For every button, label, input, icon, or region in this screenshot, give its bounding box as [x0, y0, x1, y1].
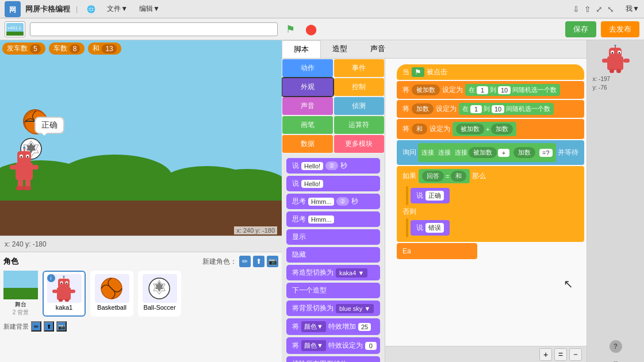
stage-thumbnail-icon: v461.1 [5, 21, 25, 37]
block-switch-bg[interactable]: 将背景切换为 blue sky ▼ [286, 301, 380, 316]
sprite-item-basketball[interactable]: Basketball [90, 271, 133, 317]
publish-button[interactable]: 去发布 [601, 21, 639, 37]
paint-sprite-button[interactable]: ✏ [239, 256, 251, 267]
robot-sprite[interactable] [9, 147, 43, 192]
icon-upload[interactable]: ⇧ [584, 5, 591, 14]
menu-item-file[interactable]: 文件▼ [103, 3, 131, 15]
block-set-var-random-2[interactable]: 将 加数 设定为 在 1 到 10 间随机选一个数 [397, 100, 584, 118]
zoom-fit-button[interactable]: = [554, 348, 567, 361]
block-effect-increase[interactable]: 将 颜色▼ 特效增加 25 [286, 318, 380, 335]
cat-more[interactable]: 更多模块 [334, 135, 385, 153]
block-show[interactable]: 显示 [286, 229, 380, 245]
icon-shrink[interactable]: ⤡ [607, 5, 614, 14]
svg-point-48 [614, 45, 616, 46]
svg-rect-17 [10, 165, 17, 170]
block-next-costume[interactable]: 下一个造型 [286, 283, 380, 298]
cat-row-4: 画笔 运算符 [282, 115, 385, 134]
sprite-item-kaka1[interactable]: i [43, 271, 86, 317]
script-canvas[interactable]: 当 ⚑ 被点击 将 被加数 设定为 在 1 到 10 间随机选一个数 将 加数 … [385, 59, 586, 362]
user-menu[interactable]: 我▼ [626, 4, 639, 14]
cat-op[interactable]: 运算符 [334, 116, 385, 134]
sprite-name-soccer: Ball-Soccer [143, 304, 175, 311]
script-inner: 当 ⚑ 被点击 将 被加数 设定为 在 1 到 10 间随机选一个数 将 加数 … [385, 59, 586, 346]
block-ask[interactable]: 询问 连接 连接 连接 被加数 + 加数 =? 并等待 [397, 140, 584, 165]
block-if-inner: 说 正确 [397, 186, 584, 205]
new-backdrop-label: 新建背景 [3, 322, 29, 331]
tab-costume[interactable]: 造型 [321, 40, 359, 58]
block-set-sum[interactable]: 将 和 设定为 被加数 + 加数 [397, 119, 584, 139]
svg-rect-34 [70, 290, 75, 293]
block-hide[interactable]: 隐藏 [286, 247, 380, 263]
stage-label: 舞台 [15, 301, 26, 309]
stage-canvas[interactable]: 发车数 5 车数 8 和 13 [0, 40, 282, 236]
svg-point-45 [611, 52, 613, 54]
topbar: 网 网屏卡格编程 | 🌐 文件▼ 编辑▼ ⇩ ⇧ ⤢ ⤡ 我▼ [0, 0, 644, 18]
y-coordinate: y: -76 [593, 84, 639, 91]
upload-sprite-button[interactable]: ⬆ [253, 256, 264, 267]
block-if-top[interactable]: 如果 回答 = 和 那么 [397, 166, 584, 186]
cat-motion[interactable]: 动作 [282, 59, 333, 77]
svg-text:v461.1: v461.1 [7, 25, 22, 30]
tab-script[interactable]: 脚本 [282, 40, 321, 58]
block-when-flag-clicked[interactable]: 当 ⚑ 被点击 [397, 64, 584, 80]
project-name-input[interactable] [30, 22, 278, 36]
svg-rect-33 [52, 290, 58, 293]
paint-backdrop-button[interactable]: ✏ [31, 321, 41, 332]
icon-download[interactable]: ⇩ [573, 5, 580, 14]
sprite-item-soccer[interactable]: Ball-Soccer [138, 271, 181, 317]
cat-sound[interactable]: 声音 [282, 97, 333, 115]
block-ea[interactable]: Ea [397, 243, 477, 259]
flag-button[interactable]: ⚑ [282, 21, 298, 37]
svg-rect-51 [610, 69, 614, 73]
camera-backdrop-button[interactable]: 📷 [56, 321, 67, 332]
zoom-out-button[interactable]: － [569, 348, 582, 361]
block-say-hello-sec[interactable]: 说 Hello! ② 秒 [286, 158, 380, 174]
sprite-panel-title: 角色 [3, 256, 18, 267]
cat-event[interactable]: 事件 [334, 59, 385, 77]
block-effect-set[interactable]: 将 颜色▼ 特效设定为 0 [286, 337, 380, 354]
upload-backdrop-button[interactable]: ⬆ [44, 321, 54, 332]
cat-row-3: 声音 侦测 [282, 97, 385, 115]
menu-item-global[interactable]: 🌐 [83, 4, 99, 14]
tab-sound[interactable]: 声音 [359, 40, 397, 58]
stage-thumbnail[interactable]: 舞台 2 背景 [3, 271, 38, 317]
menu-item-edit[interactable]: 编辑▼ [136, 3, 163, 15]
x-coordinate: x: -197 [593, 76, 639, 82]
camera-sprite-button[interactable]: 📷 [267, 256, 278, 267]
block-else-label: 否则 [397, 205, 584, 218]
new-backdrop-row: 新建背景 ✏ ⬆ 📷 [3, 321, 278, 332]
var-badge-0: 发车数 5 [2, 43, 45, 55]
cat-data[interactable]: 数据 [282, 135, 333, 153]
stop-button[interactable]: ⬤ [303, 21, 319, 37]
sprite-info-badge[interactable]: i [47, 274, 55, 282]
code-area: 脚本 造型 声音 动作 事件 外观 控制 声音 侦测 [282, 40, 586, 362]
icon-expand[interactable]: ⤢ [596, 5, 603, 14]
var-badge-1: 车数 8 [49, 43, 85, 55]
toolbar: v461.1 ⚑ ⬤ 保存 去发布 [0, 18, 644, 40]
svg-rect-10 [17, 151, 31, 164]
stop-icon: ⬤ [305, 23, 317, 36]
help-button[interactable]: ? [610, 340, 622, 353]
cat-control[interactable]: 控制 [334, 78, 385, 96]
save-button[interactable]: 保存 [565, 21, 596, 37]
app-logo: 网 [5, 1, 21, 17]
block-say-correct[interactable]: 说 正确 [411, 188, 450, 203]
svg-rect-18 [32, 165, 39, 170]
block-think-hmm[interactable]: 思考 Hmm... [286, 211, 380, 227]
cat-sense[interactable]: 侦测 [334, 97, 385, 115]
zoom-in-button[interactable]: + [539, 348, 552, 361]
cat-pen[interactable]: 画笔 [282, 116, 333, 134]
block-list: 说 Hello! ② 秒 说 Hello! 思考 Hmm... ② 秒 思考 H… [282, 153, 385, 362]
block-switch-costume[interactable]: 将造型切换为 kaka4 ▼ [286, 265, 380, 280]
block-set-var-random-1[interactable]: 将 被加数 设定为 在 1 到 10 间随机选一个数 [397, 81, 584, 99]
variable-badges: 发车数 5 车数 8 和 13 [2, 43, 121, 55]
cat-looks[interactable]: 外观 [282, 78, 333, 96]
block-clear-effects[interactable]: 清除所有图形特效 [286, 356, 380, 362]
right-mini-sprite [601, 45, 630, 74]
hill-4 [207, 169, 282, 201]
block-think-hmm-sec[interactable]: 思考 Hmm... ② 秒 [286, 194, 380, 209]
block-say-wrong[interactable]: 说 错误 [411, 220, 450, 236]
sprite-name-basketball: Basketball [97, 304, 126, 311]
sprite-panel: 角色 新建角色： ✏ ⬆ 📷 舞台 [0, 252, 282, 362]
block-say-hello[interactable]: 说 Hello! [286, 176, 380, 191]
